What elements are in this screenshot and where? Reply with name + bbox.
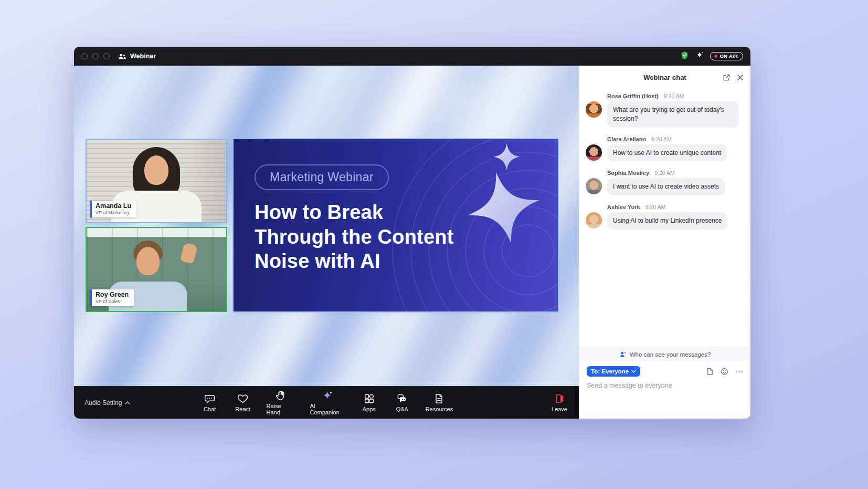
chat-icon [204,393,216,404]
close-icon[interactable] [737,74,744,81]
recipient-selector[interactable]: To: Everyone [587,366,640,377]
on-air-dot [714,55,717,58]
toolbar-apps-button[interactable]: Apps [359,393,378,412]
video-tile-roy[interactable]: Roy Green VP of Sales [86,227,227,312]
message-time: 9:20 AM [651,136,672,142]
window-close-button[interactable] [81,53,88,59]
chat-message: Rosa Griffin (Host) 9:20 AM What are you… [586,93,743,128]
message-bubble: How to use AI to create unique content [607,144,727,162]
apps-icon [363,393,375,404]
message-author: Sophia Mosiley [607,170,649,176]
chat-message: Clara Arellano 9:20 AM How to use AI to … [586,136,743,162]
meeting-toolbar: Audio Setting Chat [74,386,579,419]
window-controls [81,53,110,59]
message-time: 9:20 AM [645,204,666,210]
pop-out-icon[interactable] [723,74,731,81]
toolbar-item-label: Raise Hand [267,403,296,415]
raised-hand-icon [275,390,287,401]
on-air-label: ON AIR [720,54,738,59]
audio-setting-label: Audio Setting [84,399,122,407]
message-bubble: What are you trying to get out of today'… [607,101,738,128]
chevron-down-icon [631,370,636,373]
amanda-name-badge: Amanda Lu VP of Marketing [90,201,136,217]
video-tile-amanda[interactable]: Amanda Lu VP of Marketing [86,139,227,223]
avatar [586,178,602,194]
slide-title: How to Break Through the Content Noise w… [255,200,506,274]
message-author: Rosa Griffin (Host) [607,93,659,99]
webinar-window: Webinar ON AIR [74,47,750,419]
toolbar-item-label: Apps [363,406,376,412]
participant-name: Roy Green [96,291,129,298]
composer-controls: To: Everyone [579,361,750,379]
window-zoom-button[interactable] [103,53,110,59]
toolbar-chat-button[interactable]: Chat [200,393,219,412]
window-title-label: Webinar [130,53,156,60]
qa-icon [396,393,408,404]
attach-file-icon[interactable] [706,368,714,376]
privacy-person-icon [619,351,627,358]
toolbar-item-label: Q&A [396,406,408,412]
on-air-badge: ON AIR [710,52,743,60]
message-bubble: I want to use AI to create video assets [607,178,725,195]
privacy-note-label: Who can see your messages? [630,351,711,358]
recipient-label: To: Everyone [591,368,629,374]
message-time: 9:20 AM [664,93,684,99]
participant-name: Amanda Lu [96,202,131,210]
toolbar-qa-button[interactable]: Q&A [393,393,411,412]
message-bubble: Using AI to build my LinkedIn presence [607,212,727,230]
toolbar-ai-companion-button[interactable]: AI Companion [310,390,345,415]
window-title: Webinar [118,53,156,60]
webinar-stage: Amanda Lu VP of Marketing Roy Green VP o… [74,66,579,386]
roy-name-badge: Roy Green VP of Sales [90,289,134,306]
message-time: 9:20 AM [654,170,675,176]
message-privacy-note[interactable]: Who can see your messages? [579,347,750,361]
leave-button[interactable]: Leave [552,387,567,419]
shared-presentation-slide: Marketing Webinar How to Break Through t… [232,138,559,313]
chat-message: Ashlee York 9:20 AM Using AI to build my… [586,204,743,230]
composer [579,379,750,419]
chat-header: Webinar chat [579,66,750,89]
participant-role: VP of Sales [96,299,129,304]
titlebar: Webinar ON AIR [74,47,750,66]
toolbar-item-label: Leave [552,406,567,412]
toolbar-resources-button[interactable]: Resources [426,393,452,412]
avatar [586,212,602,228]
audio-setting-control[interactable]: Audio Setting [84,399,130,407]
avatar [586,144,602,161]
ai-sparkle-icon[interactable] [695,51,704,61]
ai-companion-icon [322,390,333,401]
avatar [586,101,602,118]
chat-message-input[interactable] [587,382,743,389]
toolbar-raise-hand-button[interactable]: Raise Hand [267,390,296,415]
toolbar-item-label: React [235,406,250,412]
more-options-icon[interactable]: ⋯ [735,368,743,376]
chat-title: Webinar chat [643,74,686,81]
chevron-up-icon [125,401,130,404]
toolbar-item-label: Chat [204,406,216,412]
slide-badge: Marketing Webinar [255,164,389,190]
toolbar-item-label: Resources [426,406,453,412]
heart-icon [237,393,249,404]
message-author: Clara Arellano [607,136,646,142]
security-shield-icon[interactable] [680,51,689,62]
chat-message-list: Rosa Griffin (Host) 9:20 AM What are you… [579,89,750,347]
leave-door-icon [554,393,565,404]
resources-icon [433,393,445,404]
participant-role: VP of Marketing [96,210,131,215]
participants-icon [118,53,126,60]
toolbar-item-label: AI Companion [310,403,345,415]
emoji-icon[interactable] [721,368,728,376]
message-author: Ashlee York [607,204,640,210]
window-minimize-button[interactable] [92,53,99,59]
toolbar-react-button[interactable]: React [234,393,252,412]
webinar-chat-panel: Webinar chat Rosa Gri [579,66,750,419]
chat-message: Sophia Mosiley 9:20 AM I want to use AI … [586,170,743,195]
